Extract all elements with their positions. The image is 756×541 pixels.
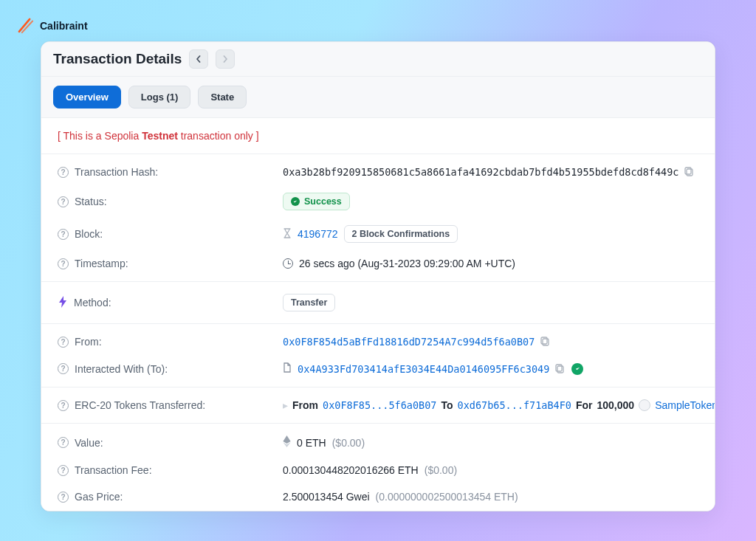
erc20-from-label: From	[292, 399, 318, 411]
section-method: Method: Transfer	[41, 282, 715, 324]
label-value: Value:	[75, 437, 103, 449]
erc20-for-label: For	[576, 399, 593, 411]
help-icon[interactable]: ?	[58, 167, 69, 178]
section-addresses: ? From: 0x0F8F854d5aBfFd18816dD7254A7c99…	[41, 324, 715, 387]
fee-usd: ($0.00)	[425, 464, 457, 476]
section-erc20: ? ERC-20 Tokens Transferred: ▸ From 0x0F…	[41, 387, 715, 424]
confirmations-chip: 2 Block Confirmations	[344, 225, 458, 243]
help-icon[interactable]: ?	[58, 492, 69, 503]
row-block: ? Block: 4196772 2 Block Confirmations	[58, 218, 698, 250]
value-tx-hash: 0xa3b28bf920915850681c5a8661afa41692cbda…	[283, 166, 678, 178]
label-erc20: ERC-20 Tokens Transferred:	[75, 399, 205, 411]
row-value: ? Value: 0 ETH ($0.00)	[58, 428, 698, 457]
row-to: ? Interacted With (To): 0x4A933Fd703414a…	[58, 355, 698, 382]
label-timestamp: Timestamp:	[75, 258, 128, 269]
label-gas: Gas Price:	[75, 491, 123, 503]
erc20-to-link[interactable]: 0xd67b65...f71aB4F0	[458, 399, 571, 411]
tab-logs[interactable]: Logs (1)	[128, 86, 191, 108]
method-chip: Transfer	[283, 294, 335, 311]
transaction-card: Transaction Details Overview Logs (1) St…	[41, 41, 715, 511]
block-link[interactable]: 4196772	[298, 228, 338, 240]
section-costs: ? Value: 0 ETH ($0.00) ? Transaction Fee…	[41, 424, 715, 511]
value-timestamp: 26 secs ago (Aug-31-2023 09:29:00 AM +UT…	[299, 258, 515, 269]
bolt-icon	[58, 296, 68, 310]
brand-logo-icon	[16, 16, 35, 35]
help-icon[interactable]: ?	[58, 465, 69, 476]
copy-icon	[555, 364, 566, 374]
copy-hash-button[interactable]	[684, 167, 695, 177]
caret-right-icon: ▸	[283, 399, 288, 411]
status-badge: Success	[283, 193, 350, 210]
help-icon[interactable]: ?	[58, 363, 69, 374]
row-from: ? From: 0x0F8F854d5aBfFd18816dD7254A7c99…	[58, 328, 698, 355]
erc20-token-link[interactable]: SampleToken...	[655, 399, 715, 411]
contract-icon	[283, 362, 292, 375]
label-method: Method:	[74, 297, 111, 309]
help-icon[interactable]: ?	[58, 229, 69, 240]
check-circle-icon	[291, 197, 300, 206]
help-icon[interactable]: ?	[58, 258, 69, 269]
brand: Calibraint	[16, 16, 88, 35]
prev-tx-button[interactable]	[189, 49, 208, 69]
copy-icon	[684, 167, 695, 177]
gas-eth: (0.000000002500013454 ETH)	[376, 491, 518, 503]
warning-pre: [ This is a Sepolia	[58, 130, 142, 142]
erc20-amount: 100,000	[597, 399, 635, 411]
label-tx-hash: Transaction Hash:	[75, 166, 158, 178]
copy-icon	[540, 337, 551, 347]
erc20-to-label: To	[441, 399, 453, 411]
row-timestamp: ? Timestamp: 26 secs ago (Aug-31-2023 09…	[58, 250, 698, 277]
copy-to-button[interactable]	[555, 364, 566, 374]
token-icon	[639, 399, 650, 411]
fee-eth: 0.000130448202016266 ETH	[283, 464, 419, 476]
card-body: [ This is a Sepolia Testnet transaction …	[41, 118, 715, 511]
chevron-right-icon	[221, 55, 229, 63]
hourglass-icon	[283, 228, 292, 241]
tab-overview[interactable]: Overview	[53, 86, 121, 108]
testnet-warning: [ This is a Sepolia Testnet transaction …	[41, 118, 715, 154]
row-erc20: ? ERC-20 Tokens Transferred: ▸ From 0x0F…	[58, 392, 698, 418]
tabs-bar: Overview Logs (1) State	[41, 77, 715, 118]
status-text: Success	[304, 196, 342, 207]
ethereum-icon	[283, 435, 291, 449]
help-icon[interactable]: ?	[58, 196, 69, 207]
brand-name: Calibraint	[40, 20, 88, 32]
section-basic: ? Transaction Hash: 0xa3b28bf92091585068…	[41, 154, 715, 282]
row-fee: ? Transaction Fee: 0.000130448202016266 …	[58, 457, 698, 483]
help-icon[interactable]: ?	[58, 437, 69, 448]
next-tx-button[interactable]	[216, 49, 235, 69]
row-method: Method: Transfer	[58, 286, 698, 319]
row-status: ? Status: Success	[58, 185, 698, 218]
warning-bold: Testnet	[142, 130, 178, 142]
card-header: Transaction Details	[41, 42, 715, 77]
chevron-left-icon	[195, 55, 202, 63]
clock-icon	[283, 258, 293, 269]
erc20-from-link[interactable]: 0x0F8F85...5f6a0B07	[323, 399, 436, 411]
row-gas: ? Gas Price: 2.500013454 Gwei (0.0000000…	[58, 483, 698, 510]
help-icon[interactable]: ?	[58, 400, 69, 411]
copy-from-button[interactable]	[540, 337, 551, 347]
page-title: Transaction Details	[53, 51, 182, 67]
value-usd: ($0.00)	[332, 437, 365, 449]
label-status: Status:	[75, 196, 107, 207]
label-block: Block:	[75, 228, 103, 240]
warning-post: transaction only ]	[178, 130, 259, 142]
label-fee: Transaction Fee:	[75, 464, 152, 476]
tab-state[interactable]: State	[198, 86, 247, 108]
gas-gwei: 2.500013454 Gwei	[283, 491, 370, 503]
to-address-link[interactable]: 0x4A933Fd703414afE3034E44Da0146095FF6c30…	[298, 363, 549, 375]
verified-icon	[571, 363, 583, 375]
label-to: Interacted With (To):	[75, 363, 168, 375]
label-from: From:	[75, 336, 102, 348]
from-address-link[interactable]: 0x0F8F854d5aBfFd18816dD7254A7c994d5f6a0B…	[283, 336, 535, 348]
row-tx-hash: ? Transaction Hash: 0xa3b28bf92091585068…	[58, 159, 698, 185]
value-eth: 0 ETH	[297, 437, 326, 449]
help-icon[interactable]: ?	[58, 337, 69, 348]
